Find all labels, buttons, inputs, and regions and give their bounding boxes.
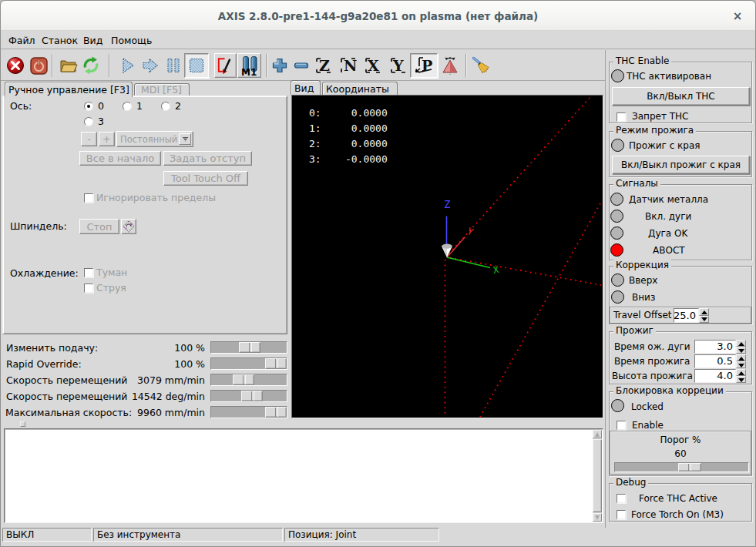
- title-bar[interactable]: AXIS 2.8.0-pre1-144-g9a20e81 on plasma (…: [1, 1, 755, 31]
- flood-label[interactable]: Струя: [96, 282, 126, 294]
- machine-power-button[interactable]: [29, 55, 49, 76]
- tab-dro[interactable]: Координаты: [322, 82, 398, 95]
- estop-button[interactable]: [5, 55, 25, 76]
- spin-down-icon[interactable]: [736, 361, 746, 368]
- thc-inhibit-label[interactable]: Запрет THC: [632, 111, 688, 122]
- pause-button[interactable]: [163, 55, 183, 76]
- clear-plot-button[interactable]: [471, 55, 491, 76]
- tab-preview[interactable]: Вид: [291, 80, 321, 95]
- ignore-limits-label[interactable]: Игнорировать пределы: [96, 192, 216, 203]
- jog-increment-combobox[interactable]: Постоянный: [116, 131, 193, 147]
- pierce-height-spinbox[interactable]: 4.0: [694, 369, 746, 383]
- menu-file[interactable]: Файл: [8, 34, 35, 47]
- scrollbar-thumb[interactable]: [593, 439, 602, 512]
- ignore-limits-checkbox[interactable]: [84, 193, 93, 203]
- letter-p: P: [422, 57, 432, 74]
- axis-radio-0[interactable]: [84, 102, 93, 111]
- spin-down-icon[interactable]: [699, 316, 709, 324]
- force-thc-active-label[interactable]: Force THC Active: [639, 493, 717, 504]
- lock-enable-label[interactable]: Enable: [632, 420, 664, 431]
- angular-jog-speed-slider[interactable]: [210, 390, 287, 402]
- pierce-time-spinbox[interactable]: 0.5: [694, 354, 746, 368]
- edge-burn-toggle-button[interactable]: Вкл/Выкл прожиг с края: [612, 156, 750, 174]
- pierce-time-value[interactable]: 0.5: [694, 354, 736, 368]
- arc-wait-time-value[interactable]: 3.0: [694, 340, 736, 354]
- view-y-button[interactable]: Y: [388, 55, 408, 76]
- arc-ok-led: [610, 227, 623, 240]
- tool-touch-off-button[interactable]: Tool Touch Off: [163, 171, 248, 186]
- travel-offset-spinbox[interactable]: 25.0: [674, 308, 709, 323]
- set-offset-button[interactable]: Задать отступ: [163, 151, 252, 166]
- toolbar-separator: [109, 54, 110, 77]
- jog-minus-button[interactable]: -: [81, 132, 97, 146]
- view-z-rotated-button[interactable]: N: [338, 55, 358, 76]
- threshold-slider[interactable]: [614, 462, 749, 472]
- slider-handle[interactable]: [233, 374, 254, 385]
- menu-help[interactable]: Помощь: [111, 34, 152, 47]
- optional-pause-m1-button[interactable]: M1: [237, 53, 261, 78]
- mist-label[interactable]: Туман: [96, 267, 127, 278]
- axis-radio-2[interactable]: [161, 102, 170, 111]
- preview-canvas[interactable]: 0: 0.0000 1: 0.0000 2: 0.0000 3: -0.0000…: [291, 95, 603, 418]
- axis-radio-1-label[interactable]: 1: [136, 100, 143, 112]
- stop-button[interactable]: [184, 53, 209, 78]
- history-scrollbar[interactable]: [593, 430, 602, 522]
- travel-offset-value[interactable]: 25.0: [674, 308, 699, 323]
- lock-enable-checkbox[interactable]: [617, 421, 626, 430]
- reload-button[interactable]: [81, 55, 101, 76]
- force-thc-active-checkbox[interactable]: [617, 494, 626, 503]
- spin-down-icon[interactable]: [736, 347, 746, 354]
- arc-wait-time-spinbox[interactable]: 3.0: [694, 340, 746, 354]
- step-button[interactable]: [140, 55, 160, 76]
- pane-sash-grip[interactable]: [20, 421, 25, 427]
- axis-radio-0-label[interactable]: 0: [98, 100, 104, 112]
- spindle-stop-button[interactable]: Стоп: [79, 219, 119, 234]
- axis-radio-3[interactable]: [84, 117, 93, 126]
- force-torch-on-checkbox[interactable]: [617, 510, 626, 519]
- slider-handle[interactable]: [241, 391, 263, 401]
- skip-lines-button[interactable]: [214, 53, 237, 78]
- jog-speed-slider[interactable]: [210, 374, 287, 386]
- view-z-button[interactable]: Z: [314, 55, 334, 76]
- view-x-button[interactable]: X: [363, 55, 383, 76]
- rapid-override-slider[interactable]: [210, 357, 287, 370]
- jog-plus-button[interactable]: +: [99, 132, 115, 146]
- run-button[interactable]: [118, 55, 138, 76]
- view-p-button[interactable]: P: [410, 53, 438, 78]
- open-file-button[interactable]: [59, 55, 79, 76]
- scroll-down-arrow-icon[interactable]: [593, 513, 602, 522]
- rotate-view-button[interactable]: [440, 55, 460, 76]
- flood-checkbox[interactable]: [84, 284, 93, 293]
- spin-up-icon[interactable]: [736, 354, 746, 361]
- home-all-button[interactable]: Все в начало: [79, 151, 161, 166]
- tab-manual-control[interactable]: Ручное управление [F3]: [5, 82, 133, 97]
- axis-radio-2-label[interactable]: 2: [175, 100, 181, 112]
- spin-down-icon[interactable]: [736, 376, 746, 383]
- thc-inhibit-checkbox[interactable]: [617, 112, 626, 122]
- menu-view[interactable]: Вид: [83, 34, 102, 47]
- thc-toggle-button[interactable]: Вкл/Выкл THC: [612, 87, 750, 106]
- spin-up-icon[interactable]: [736, 369, 746, 376]
- axis-radio-1[interactable]: [123, 102, 132, 111]
- scroll-up-arrow-icon[interactable]: [593, 430, 602, 438]
- max-velocity-slider[interactable]: [210, 406, 287, 418]
- spin-up-icon[interactable]: [736, 340, 746, 347]
- slider-handle[interactable]: [265, 407, 287, 418]
- combo-arrow-icon[interactable]: [179, 133, 191, 145]
- feed-override-slider[interactable]: [210, 341, 287, 354]
- zoom-in-button[interactable]: [270, 55, 290, 76]
- force-torch-on-label[interactable]: Force Torch On (M3): [631, 509, 724, 520]
- tab-mdi[interactable]: MDI [F5]: [134, 83, 190, 96]
- slider-handle[interactable]: [678, 463, 701, 471]
- spindle-brake-button[interactable]: [121, 219, 136, 234]
- slider-handle[interactable]: [265, 358, 287, 369]
- menu-machine[interactable]: Станок: [42, 34, 78, 47]
- mist-checkbox[interactable]: [84, 268, 93, 277]
- axis-radio-3-label[interactable]: 3: [98, 116, 104, 127]
- zoom-out-button[interactable]: [291, 55, 311, 76]
- pierce-height-value[interactable]: 4.0: [694, 369, 736, 383]
- spin-up-icon[interactable]: [699, 308, 709, 316]
- message-history[interactable]: [4, 428, 603, 523]
- slider-handle[interactable]: [239, 342, 260, 353]
- close-icon[interactable]: ×: [731, 9, 744, 23]
